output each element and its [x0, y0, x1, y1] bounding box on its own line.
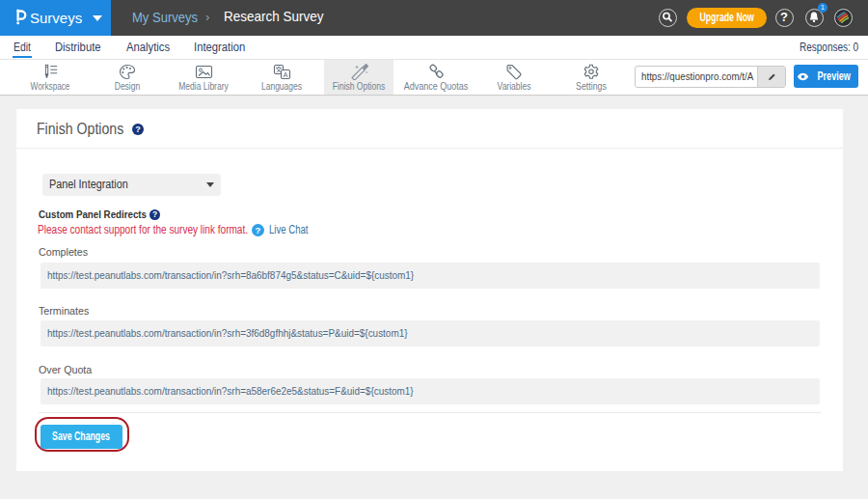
svg-text:A: A [283, 70, 287, 79]
